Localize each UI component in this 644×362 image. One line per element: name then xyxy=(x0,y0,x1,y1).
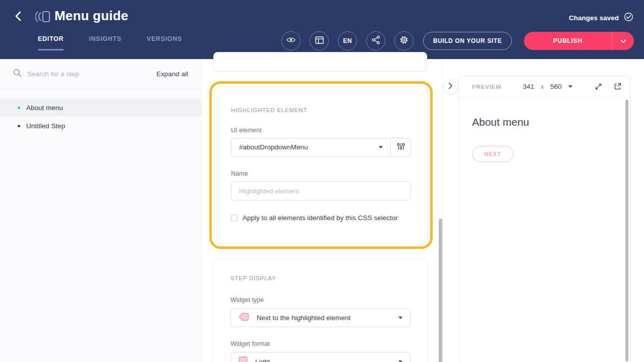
chevron-down-icon xyxy=(398,317,402,319)
selector-settings-button[interactable] xyxy=(391,138,411,157)
search-icon xyxy=(13,69,22,79)
step-item-label: About menu xyxy=(26,104,63,112)
step-item-about-menu[interactable]: About menu xyxy=(0,98,201,117)
save-status: Changes saved xyxy=(569,12,633,24)
apply-all-label: Apply to all elements identified by this… xyxy=(243,214,398,222)
chevron-right-icon xyxy=(448,82,453,91)
apply-all-checkbox[interactable] xyxy=(231,215,238,221)
widget-type-select[interactable]: Next to the highlighted element xyxy=(230,308,411,327)
build-on-your-site-button[interactable]: BUILD ON YOUR SITE xyxy=(423,32,512,50)
language-button[interactable]: EN xyxy=(338,31,357,50)
preview-eye-button[interactable] xyxy=(281,31,301,50)
build-on-your-site-label: BUILD ON YOUR SITE xyxy=(433,37,502,44)
widget-format-value: Light xyxy=(255,358,391,362)
preview-panel: PREVIEW 341 x 560 xyxy=(458,76,630,362)
step-display-card: STEP DISPLAY Widget type Next to the hig… xyxy=(213,258,428,362)
layout-icon xyxy=(315,36,324,46)
open-in-new-window-button[interactable] xyxy=(613,82,622,91)
widget-type-label: Widget type xyxy=(230,296,411,303)
guide-logo-icon xyxy=(35,10,50,26)
tab-versions[interactable]: VERSIONS xyxy=(147,35,182,50)
section-title: HIGHLIGHTED ELEMENT xyxy=(231,86,411,113)
save-status-text: Changes saved xyxy=(569,14,619,22)
apply-all-checkbox-row[interactable]: Apply to all elements identified by this… xyxy=(231,214,411,222)
widget-format-label: Widget format xyxy=(230,340,411,347)
step-editor-panel: HIGHLIGHTED ELEMENT UI element #aboutDro… xyxy=(202,59,443,362)
publish-button[interactable]: PUBLISH xyxy=(524,32,612,50)
format-widget-icon xyxy=(239,356,248,362)
previous-settings-card xyxy=(213,52,427,72)
publish-label: PUBLISH xyxy=(553,37,582,44)
widget-type-value: Next to the highlighted element xyxy=(257,314,391,322)
preview-body: About menu NEXT xyxy=(459,97,630,162)
collapse-preview-button[interactable] xyxy=(443,79,458,94)
editor-scrollbar[interactable] xyxy=(439,219,442,362)
topbar: Menu guide EDITOR INSIGHTS VERSIONS EN xyxy=(0,0,644,59)
check-circle-icon xyxy=(624,12,633,24)
section-title: STEP DISPLAY xyxy=(230,259,411,281)
topbar-tabs: EDITOR INSIGHTS VERSIONS xyxy=(38,35,182,50)
chevron-down-icon xyxy=(379,146,383,148)
size-separator: x xyxy=(541,83,544,90)
highlighted-element-card-outline: HIGHLIGHTED ELEMENT UI element #aboutDro… xyxy=(209,81,433,249)
step-search-row: Expand all xyxy=(0,59,201,89)
settings-button[interactable] xyxy=(394,31,414,50)
preview-next-button[interactable]: NEXT xyxy=(472,146,513,162)
tooltip-widget-icon xyxy=(239,313,249,323)
share-icon xyxy=(372,35,380,46)
steps-sidebar: Expand all About menu Untitled Step xyxy=(0,59,202,362)
back-button[interactable] xyxy=(14,12,25,23)
chevron-down-icon xyxy=(568,85,572,88)
sliders-icon xyxy=(396,142,405,153)
steps-list: About menu Untitled Step xyxy=(0,89,201,135)
topbar-tools: EN xyxy=(281,31,414,50)
ui-element-value: #aboutDropdownMenu xyxy=(239,143,308,151)
share-button[interactable] xyxy=(366,31,385,50)
step-search-input[interactable] xyxy=(27,70,151,78)
publish-options-button[interactable] xyxy=(612,32,634,50)
highlighted-element-card: HIGHLIGHTED ELEMENT UI element #aboutDro… xyxy=(214,86,428,244)
widget-format-select[interactable]: Light xyxy=(230,352,411,362)
ui-element-select[interactable]: #aboutDropdownMenu xyxy=(231,138,391,157)
step-item-untitled-step[interactable]: Untitled Step xyxy=(0,117,201,135)
layout-button[interactable] xyxy=(310,31,329,50)
tab-editor[interactable]: EDITOR xyxy=(38,35,64,50)
language-label: EN xyxy=(343,37,352,44)
preview-header: PREVIEW 341 x 560 xyxy=(459,76,630,97)
preview-size-select[interactable]: 341 x 560 xyxy=(523,83,572,90)
expand-all-link[interactable]: Expand all xyxy=(156,70,188,78)
preview-title: PREVIEW xyxy=(472,84,502,90)
step-status-dot xyxy=(18,125,20,127)
chevron-left-icon xyxy=(14,11,22,24)
preview-width-value: 341 xyxy=(523,83,535,90)
ui-element-label: UI element xyxy=(231,127,411,134)
chevron-down-icon xyxy=(398,360,402,362)
app-window: Menu guide EDITOR INSIGHTS VERSIONS EN xyxy=(0,0,644,362)
highlighted-element-name-input[interactable] xyxy=(231,181,411,200)
expand-icon xyxy=(594,82,603,91)
preview-header-icons xyxy=(594,82,622,91)
name-label: Name xyxy=(231,170,411,177)
eye-icon xyxy=(286,36,296,45)
preview-height-value: 560 xyxy=(550,83,562,90)
ui-element-select-row: #aboutDropdownMenu xyxy=(231,138,411,157)
external-link-icon xyxy=(613,82,622,91)
page-title: Menu guide xyxy=(54,8,128,24)
step-item-label: Untitled Step xyxy=(26,122,65,130)
expand-preview-button[interactable] xyxy=(594,82,603,91)
publish-button-group: PUBLISH xyxy=(524,32,634,50)
preview-step-heading: About menu xyxy=(472,116,617,128)
chevron-down-icon xyxy=(620,36,626,45)
tab-insights[interactable]: INSIGHTS xyxy=(89,35,122,50)
step-status-dot xyxy=(18,107,20,109)
next-button-label: NEXT xyxy=(484,151,501,157)
preview-scrollbar[interactable] xyxy=(625,99,628,361)
gear-icon xyxy=(399,35,408,46)
